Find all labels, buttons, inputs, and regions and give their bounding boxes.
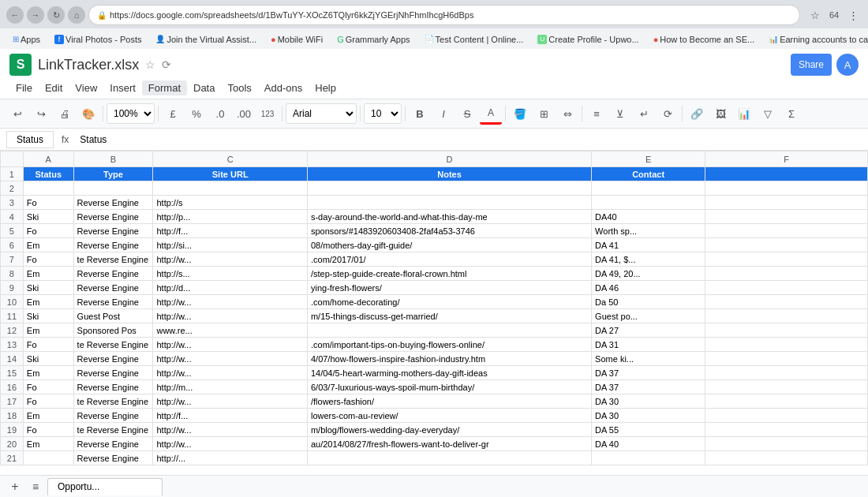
cell-8-1[interactable]: Reverse Engine — [73, 267, 153, 281]
cell-9-3[interactable]: ying-fresh-flowers/ — [307, 281, 591, 295]
cell-16-1[interactable]: Reverse Engine — [73, 380, 153, 394]
cell-6-1[interactable]: Reverse Engine — [73, 238, 153, 252]
cell-3-1[interactable]: Reverse Engine — [73, 196, 153, 210]
col-header-f[interactable]: F — [705, 151, 868, 167]
cell-9-0[interactable]: Ski — [23, 281, 73, 295]
decimal-decrease-button[interactable]: .0 — [209, 103, 231, 125]
cell-extra-21-5[interactable] — [705, 451, 868, 465]
bookmark-viral-photos[interactable]: f Viral Photos - Posts — [48, 33, 148, 46]
cell-8-4[interactable]: DA 49, 20... — [592, 267, 705, 281]
cell-5-1[interactable]: Reverse Engine — [73, 224, 153, 238]
cell-18-4[interactable]: DA 30 — [592, 409, 705, 423]
cell-2-1[interactable] — [73, 181, 153, 196]
cell-extra-13-5[interactable] — [705, 338, 868, 352]
cell-3-2[interactable]: http://s — [153, 196, 308, 210]
cell-10-3[interactable]: .com/home-decorating/ — [307, 295, 591, 309]
cell-19-3[interactable]: m/blog/flowers-wedding-day-everyday/ — [307, 423, 591, 437]
bookmark-star-button[interactable]: ☆ — [806, 6, 824, 24]
cell-13-3[interactable]: .com/important-tips-on-buying-flowers-on… — [307, 338, 591, 352]
text-rotation-button[interactable]: ⟳ — [657, 103, 679, 125]
cell-extra-18-5[interactable] — [705, 409, 868, 423]
cell-21-3[interactable] — [307, 451, 591, 465]
decimal-increase-button[interactable]: .00 — [233, 103, 255, 125]
user-avatar[interactable]: A — [836, 54, 859, 76]
redo-button[interactable]: ↪ — [30, 103, 52, 125]
font-color-button[interactable]: A — [480, 103, 502, 125]
chart-button[interactable]: 📊 — [733, 103, 755, 125]
cell-8-3[interactable]: /step-step-guide-create-floral-crown.htm… — [307, 267, 591, 281]
cell-extra-7-5[interactable] — [705, 252, 868, 267]
bookmark-mobile-wifi[interactable]: ● Mobile WiFi — [264, 33, 329, 46]
align-left-button[interactable]: ≡ — [586, 103, 608, 125]
cell-5-0[interactable]: Fo — [23, 224, 73, 238]
cell-7-4[interactable]: DA 41, $... — [592, 252, 705, 267]
sheet-menu-button[interactable]: ≡ — [27, 478, 44, 495]
star-icon[interactable]: ☆ — [145, 58, 155, 71]
cell-11-0[interactable]: Ski — [23, 309, 73, 323]
percent-button[interactable]: % — [185, 103, 208, 125]
paint-format-button[interactable]: 🎨 — [77, 103, 99, 125]
cell-10-1[interactable]: Reverse Engine — [73, 295, 153, 309]
cell-7-1[interactable]: te Reverse Engine — [73, 252, 153, 267]
cell-17-3[interactable]: /flowers-fashion/ — [307, 394, 591, 409]
cell-5-3[interactable]: sponsors/#1483920603408-2faf4a53-3746 — [307, 224, 591, 238]
cell-11-4[interactable]: Guest po... — [592, 309, 705, 323]
cell-16-2[interactable]: http://m... — [153, 380, 308, 394]
cell-6-2[interactable]: http://si... — [153, 238, 308, 252]
cell-19-1[interactable]: te Reverse Engine — [73, 423, 153, 437]
share-button[interactable]: Share — [791, 54, 832, 76]
cell-13-4[interactable]: DA 31 — [592, 338, 705, 352]
cell-2-4[interactable] — [592, 181, 705, 196]
font-size-selector[interactable]: 10 — [364, 103, 402, 124]
menu-view[interactable]: View — [69, 80, 103, 95]
cell-extra-4-5[interactable] — [705, 210, 868, 224]
col-header-b[interactable]: B — [73, 151, 153, 167]
cell-extra-10-5[interactable] — [705, 295, 868, 309]
sheet-tab-input[interactable] — [58, 481, 152, 492]
bookmark-grammarly[interactable]: G Grammarly Apps — [331, 33, 416, 46]
cell-extra-19-5[interactable] — [705, 423, 868, 437]
filter-button[interactable]: ▽ — [757, 103, 779, 125]
cell-5-4[interactable]: Worth sp... — [592, 224, 705, 238]
col-header-c[interactable]: C — [153, 151, 308, 167]
currency-button[interactable]: £ — [162, 103, 184, 125]
cell-17-2[interactable]: http://w... — [153, 394, 308, 409]
cell-3-0[interactable]: Fo — [23, 196, 73, 210]
cell-21-1[interactable]: Reverse Engine — [73, 451, 153, 465]
bookmark-earning-accounts[interactable]: 📊 Earning accounts to cal... — [762, 33, 868, 46]
cell-17-0[interactable]: Fo — [23, 394, 73, 409]
cell-11-1[interactable]: Guest Post — [73, 309, 153, 323]
number-format-button[interactable]: 123 — [256, 103, 279, 125]
drive-sync-icon[interactable]: ⟳ — [162, 58, 171, 71]
cell-12-0[interactable]: Em — [23, 323, 73, 338]
cell-21-2[interactable]: http://... — [153, 451, 308, 465]
sheets-filename[interactable]: LinkTracker.xlsx — [38, 57, 139, 73]
cell-19-4[interactable]: DA 55 — [592, 423, 705, 437]
cell-17-4[interactable]: DA 30 — [592, 394, 705, 409]
sheet-tab[interactable] — [47, 478, 163, 495]
cell-12-3[interactable] — [307, 323, 591, 338]
image-button[interactable]: 🖼 — [709, 103, 731, 125]
bookmark-test-content[interactable]: 📄 Test Content | Online... — [418, 33, 530, 46]
address-bar[interactable]: 🔒 https://docs.google.com/spreadsheets/d… — [88, 5, 800, 25]
col-header-d[interactable]: D — [307, 151, 591, 167]
cell-extra-15-5[interactable] — [705, 366, 868, 380]
cell-15-1[interactable]: Reverse Engine — [73, 366, 153, 380]
cell-4-4[interactable]: DA40 — [592, 210, 705, 224]
cell-21-4[interactable] — [592, 451, 705, 465]
cell-8-2[interactable]: http://s... — [153, 267, 308, 281]
header-cell-4[interactable]: Contact — [592, 167, 705, 181]
cell-14-0[interactable]: Ski — [23, 352, 73, 366]
cell-reference-input[interactable] — [6, 131, 54, 148]
header-cell-3[interactable]: Notes — [307, 167, 591, 181]
link-button[interactable]: 🔗 — [686, 103, 708, 125]
cell-7-2[interactable]: http://w... — [153, 252, 308, 267]
cell-4-3[interactable]: s-day-around-the-world-and-what-this-day… — [307, 210, 591, 224]
cell-10-0[interactable]: Em — [23, 295, 73, 309]
cell-16-3[interactable]: 6/03/7-luxurious-ways-spoil-mum-birthday… — [307, 380, 591, 394]
col-header-a[interactable]: A — [23, 151, 73, 167]
cell-extra-2-5[interactable] — [705, 181, 868, 196]
cell-10-2[interactable]: http://w... — [153, 295, 308, 309]
cell-extra-9-5[interactable] — [705, 281, 868, 295]
cell-2-2[interactable] — [153, 181, 308, 196]
